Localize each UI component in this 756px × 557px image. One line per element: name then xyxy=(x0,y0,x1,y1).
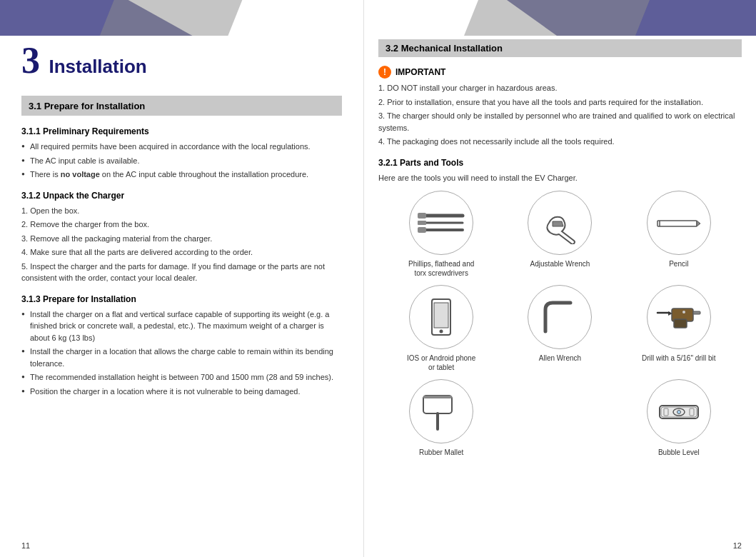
numbered-312-3: 3. Remove all the packaging material fro… xyxy=(21,233,342,245)
page-number-left: 11 xyxy=(21,541,30,550)
numbered-312-2: 2. Remove the charger from the box. xyxy=(21,219,342,231)
numbered-312-5: 5. Inspect the charger and the parts for… xyxy=(21,261,342,284)
phone-label: IOS or Android phoneor tablet xyxy=(407,353,475,372)
section-311: 3.1.1 Preliminary Requirements All requi… xyxy=(21,126,342,181)
subsection-312-title: 3.1.2 Unpack the Charger xyxy=(21,191,342,201)
important-label: IMPORTANT xyxy=(395,67,445,77)
svg-rect-24 xyxy=(423,396,452,398)
mallet-icon xyxy=(416,390,466,433)
tool-empty xyxy=(504,379,615,457)
svg-rect-7 xyxy=(418,213,426,219)
allen-wrench-label: Allen Wrench xyxy=(539,353,581,363)
adjustable-wrench-icon xyxy=(535,201,585,244)
screwdrivers-circle xyxy=(409,191,473,255)
important-title-row: ! IMPORTANT xyxy=(378,66,742,79)
chapter-number: 3 xyxy=(21,40,40,81)
important-item-4: 4. The packaging does not necessarily in… xyxy=(378,136,742,148)
tool-phone: IOS or Android phoneor tablet xyxy=(385,285,497,372)
important-item-1: 1. DO NOT install your charger in hazard… xyxy=(378,82,742,94)
top-decoration-right xyxy=(364,0,756,36)
document-page: 3 Installation 3.1 Prepare for Installat… xyxy=(0,0,756,557)
bullet-313-4: Position the charger in a location where… xyxy=(21,386,342,398)
bullet-311-3: There is no voltage on the AC input cabl… xyxy=(21,169,342,181)
tool-adjustable-wrench: Adjustable Wrench xyxy=(504,191,615,278)
tool-drill: Drill with a 5/16" drill bit xyxy=(623,285,735,372)
numbered-312-1: 1. Open the box. xyxy=(21,205,342,217)
subsection-313-title: 3.1.3 Prepare for Installation xyxy=(21,294,342,304)
allen-wrench-circle xyxy=(528,285,592,349)
allen-wrench-icon xyxy=(535,296,585,338)
bubble-level-label: Bubble Level xyxy=(658,448,700,457)
bubble-level-icon xyxy=(654,390,704,433)
tools-intro: Here are the tools you will need to inst… xyxy=(378,172,742,184)
left-content: 3 Installation 3.1 Prepare for Installat… xyxy=(0,0,363,420)
drill-label: Drill with a 5/16" drill bit xyxy=(642,353,716,363)
chapter-heading: 3 Installation xyxy=(21,39,342,81)
adjustable-wrench-circle xyxy=(528,191,592,255)
page-number-right: 12 xyxy=(733,541,742,550)
screwdrivers-label: Phillips, flathead andtorx screwdrivers xyxy=(408,259,474,278)
pencil-label: Pencil xyxy=(669,259,688,269)
screwdrivers-icon xyxy=(416,201,466,244)
right-content: 3.2 Mechanical Installation ! IMPORTANT … xyxy=(364,0,756,471)
svg-marker-3 xyxy=(464,0,650,36)
svg-rect-9 xyxy=(418,227,426,233)
svg-marker-1 xyxy=(100,0,243,36)
section-313: 3.1.3 Prepare for Installation Install t… xyxy=(21,294,342,398)
numbered-312-4: 4. Make sure that all the parts are deli… xyxy=(21,246,342,259)
tools-grid: Phillips, flathead andtorx screwdrivers … xyxy=(378,191,742,457)
tool-allen-wrench: Allen Wrench xyxy=(504,285,615,372)
section-32-bar: 3.2 Mechanical Installation xyxy=(378,39,742,57)
tool-bubble-level: Bubble Level xyxy=(623,379,735,457)
bullet-311-1: All required permits have been acquired … xyxy=(21,141,342,153)
section-31-bar: 3.1 Prepare for Installation xyxy=(21,96,342,116)
pencil-icon xyxy=(654,201,704,244)
bullet-313-1: Install the charger on a flat and vertic… xyxy=(21,308,342,344)
important-item-2: 2. Prior to installation, ensure that yo… xyxy=(378,96,742,109)
svg-rect-19 xyxy=(674,319,687,328)
svg-point-28 xyxy=(677,411,680,414)
chapter-title: Installation xyxy=(49,56,146,77)
left-page: 3 Installation 3.1 Prepare for Installat… xyxy=(0,0,364,557)
section-31-title: 3.1 Prepare for Installation xyxy=(29,101,145,111)
adjustable-wrench-label: Adjustable Wrench xyxy=(530,259,590,269)
svg-marker-11 xyxy=(697,221,700,226)
drill-circle xyxy=(647,285,711,349)
svg-rect-10 xyxy=(657,221,697,226)
section-312: 3.1.2 Unpack the Charger 1. Open the box… xyxy=(21,191,342,284)
important-section: ! IMPORTANT 1. DO NOT install your charg… xyxy=(378,66,742,148)
svg-rect-8 xyxy=(418,221,426,225)
svg-point-15 xyxy=(440,330,443,333)
bullet-313-3: The recommended installation height is b… xyxy=(21,371,342,383)
phone-circle xyxy=(409,285,473,349)
svg-rect-14 xyxy=(434,303,448,328)
bubble-level-circle xyxy=(647,379,711,443)
mallet-circle xyxy=(409,379,473,443)
right-page: 3.2 Mechanical Installation ! IMPORTANT … xyxy=(364,0,756,557)
svg-rect-17 xyxy=(693,311,700,314)
important-item-3: 3. The charger should only be installed … xyxy=(378,110,742,134)
drill-icon xyxy=(654,296,704,338)
tool-screwdrivers: Phillips, flathead andtorx screwdrivers xyxy=(385,191,497,278)
subsection-311-title: 3.1.1 Preliminary Requirements xyxy=(21,126,342,136)
important-icon: ! xyxy=(378,66,391,79)
pencil-circle xyxy=(647,191,711,255)
mallet-label: Rubber Mallet xyxy=(419,448,463,457)
top-decoration-left xyxy=(0,0,363,36)
bullet-311-2: The AC input cable is available. xyxy=(21,155,342,167)
tool-mallet: Rubber Mallet xyxy=(385,379,497,457)
bullet-313-2: Install the charger in a location that a… xyxy=(21,346,342,369)
tool-pencil: Pencil xyxy=(623,191,735,278)
svg-point-20 xyxy=(682,311,685,313)
phone-icon xyxy=(416,296,466,338)
section-32-title: 3.2 Mechanical Installation xyxy=(385,43,503,54)
subsection-321-title: 3.2.1 Parts and Tools xyxy=(378,158,742,168)
